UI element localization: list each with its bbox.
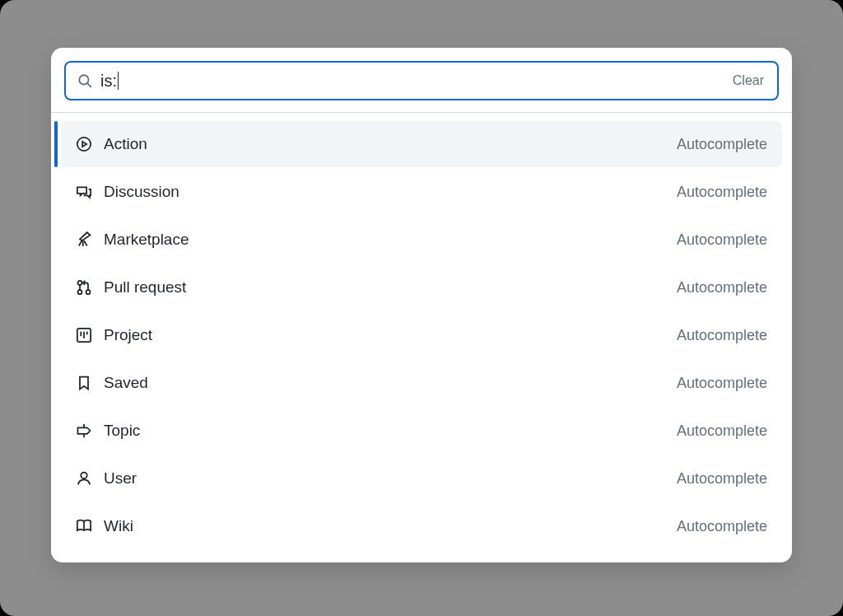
suggestion-label: Topic bbox=[104, 422, 665, 440]
suggestion-saved[interactable]: Saved Autocomplete bbox=[61, 360, 782, 406]
svg-point-16 bbox=[81, 473, 87, 479]
suggestion-project[interactable]: Project Autocomplete bbox=[61, 312, 782, 358]
person-icon bbox=[76, 470, 92, 487]
suggestion-label: Action bbox=[104, 135, 665, 153]
discussion-icon bbox=[76, 184, 92, 200]
search-autocomplete-dropdown: is: Clear Action Autocomplete bbox=[51, 48, 792, 562]
suggestion-hint: Autocomplete bbox=[677, 470, 767, 488]
search-input[interactable]: is: Clear bbox=[64, 61, 779, 100]
play-circle-icon bbox=[76, 136, 92, 152]
svg-line-5 bbox=[84, 240, 87, 245]
svg-point-8 bbox=[86, 290, 91, 294]
search-icon bbox=[77, 73, 92, 88]
suggestion-topic[interactable]: Topic Autocomplete bbox=[61, 408, 782, 454]
suggestion-label: Saved bbox=[104, 374, 665, 392]
selection-indicator bbox=[54, 121, 58, 167]
svg-point-0 bbox=[79, 75, 88, 84]
suggestion-wiki[interactable]: Wiki Autocomplete bbox=[61, 503, 782, 549]
suggestion-label: Marketplace bbox=[104, 231, 665, 249]
clear-button[interactable]: Clear bbox=[731, 70, 766, 91]
svg-point-7 bbox=[78, 290, 82, 294]
milestone-icon bbox=[76, 422, 92, 439]
suggestion-hint: Autocomplete bbox=[677, 518, 767, 535]
text-caret bbox=[118, 72, 119, 90]
suggestion-label: Wiki bbox=[104, 517, 665, 535]
bookmark-icon bbox=[76, 375, 92, 391]
suggestion-hint: Autocomplete bbox=[677, 231, 767, 249]
suggestion-label: User bbox=[104, 469, 665, 488]
suggestion-user[interactable]: User Autocomplete bbox=[61, 455, 782, 502]
suggestion-hint: Autocomplete bbox=[677, 375, 767, 392]
suggestion-list: Action Autocomplete Discussion Autocompl… bbox=[61, 121, 782, 549]
book-icon bbox=[76, 518, 92, 534]
suggestion-label: Project bbox=[104, 326, 665, 344]
search-input-value: is: bbox=[100, 71, 723, 91]
suggestion-hint: Autocomplete bbox=[677, 422, 767, 440]
suggestion-label: Discussion bbox=[104, 183, 665, 201]
git-pull-request-icon bbox=[76, 279, 92, 296]
suggestion-action[interactable]: Action Autocomplete bbox=[61, 121, 782, 167]
svg-point-6 bbox=[78, 281, 82, 285]
suggestion-label: Pull request bbox=[104, 278, 665, 296]
suggestion-hint: Autocomplete bbox=[677, 279, 767, 296]
suggestion-hint: Autocomplete bbox=[677, 136, 767, 153]
telescope-icon bbox=[76, 231, 92, 248]
project-icon bbox=[76, 327, 92, 343]
suggestion-hint: Autocomplete bbox=[677, 184, 767, 201]
suggestion-hint: Autocomplete bbox=[677, 327, 767, 344]
suggestion-discussion[interactable]: Discussion Autocomplete bbox=[61, 169, 782, 215]
suggestion-pull-request[interactable]: Pull request Autocomplete bbox=[61, 264, 782, 310]
suggestion-marketplace[interactable]: Marketplace Autocomplete bbox=[61, 217, 782, 263]
svg-line-3 bbox=[79, 240, 82, 245]
svg-line-1 bbox=[87, 83, 91, 87]
svg-point-2 bbox=[77, 138, 91, 151]
